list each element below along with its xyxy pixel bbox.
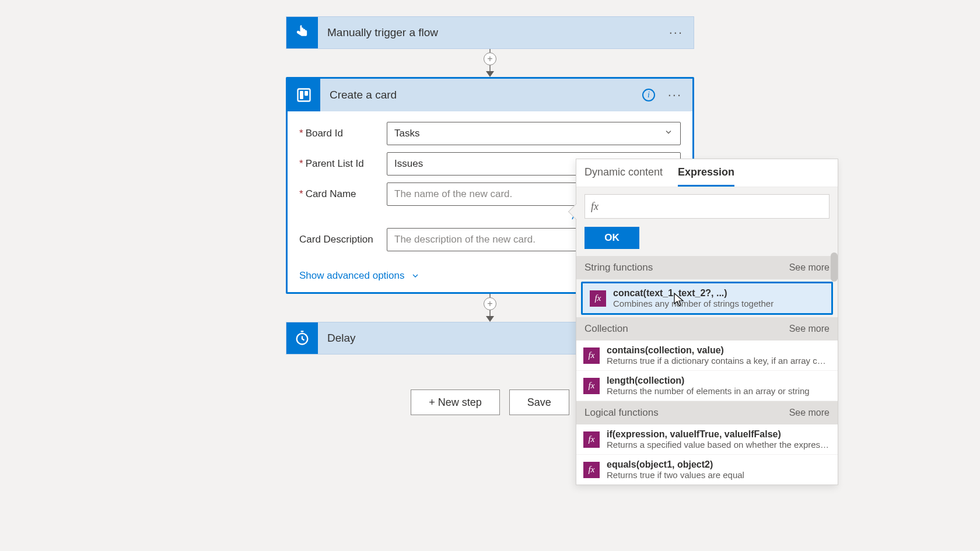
new-step-button[interactable]: + New step [411,389,500,415]
see-more-link[interactable]: See more [789,262,830,273]
function-list[interactable]: String functionsSee morefxconcat(text_1,… [576,256,838,485]
board-id-label: *Board Id [299,128,387,139]
parent-list-id-label: *Parent List Id [299,158,387,170]
connector: + [481,294,499,322]
fn-item[interactable]: fxequals(object1, object2)Returns true i… [576,455,838,485]
fn-section-title: Logical functions [584,407,659,419]
create-card-title: Create a card [320,89,397,101]
fx-icon: fx [583,378,600,394]
expression-input[interactable]: fx [584,194,830,219]
delay-icon [286,322,318,354]
fn-item[interactable]: fxif(expression, valueIfTrue, valueIfFal… [576,424,838,455]
svg-rect-1 [300,91,303,99]
svg-rect-2 [304,91,308,96]
trigger-title: Manually trigger a flow [318,26,438,39]
info-icon[interactable]: i [642,89,655,101]
fn-item[interactable]: fxconcat(text_1, text_2?, ...)Combines a… [581,282,833,315]
fn-signature: equals(object1, object2) [607,459,831,470]
fn-item[interactable]: fxcontains(collection, value)Returns tru… [576,341,838,371]
tab-dynamic-content[interactable]: Dynamic content [584,159,663,187]
expression-panel: Dynamic content Expression fx OK String … [576,159,838,485]
fx-icon: fx [583,462,600,478]
create-card-header[interactable]: Create a card i ··· [288,79,692,111]
tab-expression[interactable]: Expression [678,159,734,187]
fn-section-header: CollectionSee more [576,317,838,341]
card-name-label: *Card Name [299,188,387,200]
card-description-label: Card Description [299,234,387,245]
svg-rect-0 [298,89,310,101]
fn-description: Returns a specified value based on wheth… [607,440,831,450]
fn-section-header: String functionsSee more [576,256,838,279]
trigger-step[interactable]: Manually trigger a flow ··· [286,16,694,49]
fn-signature: length(collection) [607,375,831,386]
fn-item[interactable]: fxlength(collection)Returns the number o… [576,371,838,401]
see-more-link[interactable]: See more [789,408,830,418]
add-step-icon[interactable]: + [484,297,496,310]
fn-description: Returns the number of elements in an arr… [607,386,831,396]
fn-section-title: Collection [584,323,628,335]
connector: + [481,49,499,77]
manual-trigger-icon [286,17,318,48]
board-id-select[interactable]: Tasks [387,122,681,145]
ok-button[interactable]: OK [584,227,639,249]
scrollbar[interactable] [831,256,838,282]
fx-icon: fx [590,290,606,307]
fx-icon: fx [583,348,600,364]
fn-section-title: String functions [584,262,653,273]
chevron-down-icon [411,271,420,280]
delay-title: Delay [318,332,356,345]
fn-description: Combines any number of strings together [613,299,824,308]
chevron-down-icon [664,128,673,140]
fn-signature: contains(collection, value) [607,345,831,356]
create-card-more-icon[interactable]: ··· [668,89,682,101]
add-step-icon[interactable]: + [484,52,496,65]
fn-section-header: Logical functionsSee more [576,401,838,424]
see-more-link[interactable]: See more [789,324,830,334]
trello-icon [288,79,320,111]
save-button[interactable]: Save [509,389,569,415]
fn-description: Returns true if two values are equal [607,470,831,480]
fn-description: Returns true if a dictionary contains a … [607,356,831,366]
fx-icon: fx [583,431,600,448]
fn-signature: if(expression, valueIfTrue, valueIfFalse… [607,429,831,440]
fn-signature: concat(text_1, text_2?, ...) [613,288,824,299]
trigger-more-icon[interactable]: ··· [669,26,683,39]
